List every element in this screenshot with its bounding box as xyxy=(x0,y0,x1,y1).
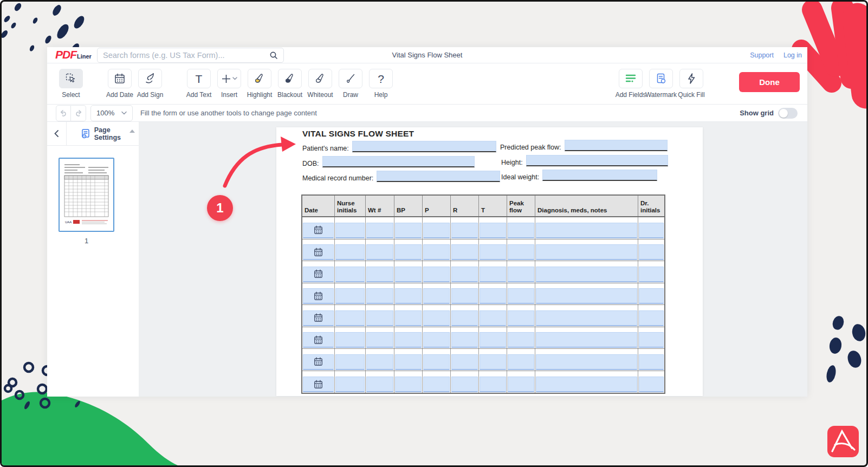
cell-input-field[interactable] xyxy=(536,332,637,348)
cell-input-field[interactable] xyxy=(335,377,365,392)
date-cell-field[interactable] xyxy=(303,244,334,260)
cell-input-field[interactable] xyxy=(508,310,534,326)
show-grid-toggle[interactable] xyxy=(778,108,798,119)
cell-input-field[interactable] xyxy=(335,267,365,282)
cell-input-field[interactable] xyxy=(480,310,506,326)
cell-input-field[interactable] xyxy=(639,267,664,282)
cell-input-field[interactable] xyxy=(366,377,393,392)
cell-input-field[interactable] xyxy=(639,377,664,392)
cell-input-field[interactable] xyxy=(536,267,637,282)
blackout-button[interactable]: Blackout xyxy=(275,69,305,99)
cell-input-field[interactable] xyxy=(395,288,422,304)
cell-input-field[interactable] xyxy=(335,354,365,370)
cell-input-field[interactable] xyxy=(451,354,478,370)
cell-input-field[interactable] xyxy=(395,223,422,238)
cell-input-field[interactable] xyxy=(366,310,393,326)
date-cell-field[interactable] xyxy=(303,377,334,392)
cell-input-field[interactable] xyxy=(508,223,534,238)
cell-input-field[interactable] xyxy=(366,354,393,370)
cell-input-field[interactable] xyxy=(335,310,365,326)
select-tool-button[interactable]: Select xyxy=(56,69,86,99)
cell-input-field[interactable] xyxy=(508,288,534,304)
cell-input-field[interactable] xyxy=(639,310,664,326)
cell-input-field[interactable] xyxy=(451,267,478,282)
cell-input-field[interactable] xyxy=(423,223,450,238)
cell-input-field[interactable] xyxy=(423,377,450,392)
date-cell-field[interactable] xyxy=(303,354,334,370)
height-field[interactable] xyxy=(526,155,668,166)
cell-input-field[interactable] xyxy=(366,244,393,260)
date-cell-field[interactable] xyxy=(303,223,334,238)
date-cell-field[interactable] xyxy=(303,288,334,304)
cell-input-field[interactable] xyxy=(423,288,450,304)
add-sign-button[interactable]: Add Sign xyxy=(135,69,165,99)
insert-button[interactable]: Insert xyxy=(214,69,244,99)
cell-input-field[interactable] xyxy=(480,377,506,392)
cell-input-field[interactable] xyxy=(366,267,393,282)
cell-input-field[interactable] xyxy=(480,267,506,282)
cell-input-field[interactable] xyxy=(366,223,393,238)
cell-input-field[interactable] xyxy=(639,332,664,348)
cell-input-field[interactable] xyxy=(423,332,450,348)
cell-input-field[interactable] xyxy=(423,310,450,326)
dob-field[interactable] xyxy=(322,156,475,167)
done-button[interactable]: Done xyxy=(739,72,800,92)
watermark-button[interactable]: Watermark xyxy=(646,69,676,99)
cell-input-field[interactable] xyxy=(451,332,478,348)
cell-input-field[interactable] xyxy=(639,288,664,304)
cell-input-field[interactable] xyxy=(508,354,534,370)
page-thumbnail[interactable]: UAA xyxy=(59,158,114,232)
cell-input-field[interactable] xyxy=(480,244,506,260)
draw-button[interactable]: Draw xyxy=(335,69,366,99)
highlight-button[interactable]: Highlight xyxy=(244,69,275,99)
ideal-weight-field[interactable] xyxy=(542,170,657,181)
cell-input-field[interactable] xyxy=(536,288,637,304)
cell-input-field[interactable] xyxy=(451,288,478,304)
page-settings-button[interactable]: Page Settings xyxy=(81,126,139,141)
patients-name-field[interactable] xyxy=(352,141,496,152)
cell-input-field[interactable] xyxy=(395,354,422,370)
cell-input-field[interactable] xyxy=(480,288,506,304)
cell-input-field[interactable] xyxy=(335,288,365,304)
cell-input-field[interactable] xyxy=(639,354,664,370)
undo-button[interactable] xyxy=(56,105,71,121)
cell-input-field[interactable] xyxy=(423,354,450,370)
cell-input-field[interactable] xyxy=(480,223,506,238)
zoom-select[interactable]: 100% xyxy=(90,105,133,121)
redo-button[interactable] xyxy=(71,105,86,121)
cell-input-field[interactable] xyxy=(536,377,637,392)
add-fields-button[interactable]: Add Fields xyxy=(616,69,646,99)
cell-input-field[interactable] xyxy=(335,223,365,238)
cell-input-field[interactable] xyxy=(451,377,478,392)
cell-input-field[interactable] xyxy=(536,244,637,260)
cell-input-field[interactable] xyxy=(508,332,534,348)
cell-input-field[interactable] xyxy=(366,332,393,348)
cell-input-field[interactable] xyxy=(480,354,506,370)
cell-input-field[interactable] xyxy=(395,244,422,260)
cell-input-field[interactable] xyxy=(536,310,637,326)
cell-input-field[interactable] xyxy=(451,310,478,326)
cell-input-field[interactable] xyxy=(395,332,422,348)
cell-input-field[interactable] xyxy=(395,267,422,282)
add-date-button[interactable]: Add Date xyxy=(105,69,135,99)
login-link[interactable]: Log in xyxy=(783,51,802,59)
medical-record-number-field[interactable] xyxy=(377,171,500,182)
cell-input-field[interactable] xyxy=(639,244,664,260)
cell-input-field[interactable] xyxy=(423,267,450,282)
cell-input-field[interactable] xyxy=(508,244,534,260)
cell-input-field[interactable] xyxy=(508,377,534,392)
date-cell-field[interactable] xyxy=(303,332,334,348)
cell-input-field[interactable] xyxy=(480,332,506,348)
quick-fill-button[interactable]: Quick Fill xyxy=(676,69,707,99)
date-cell-field[interactable] xyxy=(303,267,334,282)
cell-input-field[interactable] xyxy=(395,377,422,392)
cell-input-field[interactable] xyxy=(335,244,365,260)
support-link[interactable]: Support xyxy=(750,51,774,59)
cell-input-field[interactable] xyxy=(451,244,478,260)
scroll-up-arrow[interactable] xyxy=(129,129,135,133)
whiteout-button[interactable]: Whiteout xyxy=(305,69,335,99)
cell-input-field[interactable] xyxy=(423,244,450,260)
date-cell-field[interactable] xyxy=(303,310,334,326)
cell-input-field[interactable] xyxy=(395,310,422,326)
cell-input-field[interactable] xyxy=(366,288,393,304)
